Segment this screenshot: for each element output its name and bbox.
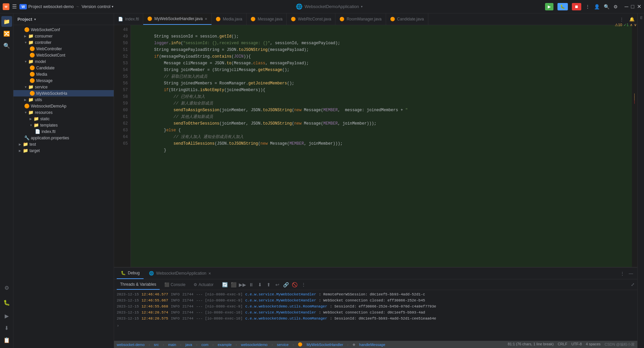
- charset-label[interactable]: UTF-8: [571, 342, 582, 347]
- sidebar-run-icon[interactable]: ▶: [1, 310, 12, 321]
- log-class-link[interactable]: c.e.w.websocketdemo.utils.RoomManager: [245, 316, 327, 322]
- code-content[interactable]: String sessionId = session.getId(); logg…: [131, 25, 632, 267]
- more-actions-button[interactable]: ⋮: [619, 270, 626, 277]
- expand-icon[interactable]: ⤢: [631, 282, 635, 287]
- list-item[interactable]: 🟠 WebSocketConf: [13, 26, 114, 33]
- notification-bell-button[interactable]: 🔔: [627, 17, 637, 22]
- list-item[interactable]: 🟠 WebsocketDemoAp: [13, 103, 114, 109]
- list-item[interactable]: 🟠 MyWebSocketHa: [13, 90, 114, 96]
- list-item[interactable]: ▼ 📁 service: [13, 84, 114, 90]
- restart-debug-button[interactable]: 🔄: [221, 281, 229, 289]
- ftl-file-icon: 📄: [35, 129, 40, 134]
- method-link[interactable]: handleMessage: [359, 343, 385, 347]
- log-class-link[interactable]: c.e.w.service.MyWebSocketHandler: [245, 291, 316, 297]
- list-item[interactable]: ▶ 📁 target: [13, 147, 114, 154]
- project-title-arrow[interactable]: ▾: [34, 17, 36, 21]
- close-button[interactable]: ✕: [637, 3, 641, 10]
- step-into-button[interactable]: ⬆: [265, 281, 273, 289]
- project-selector[interactable]: W Project websocket-demo ~ Version contr…: [19, 4, 113, 9]
- list-item[interactable]: ▶ 📁 consumer: [13, 33, 114, 39]
- app-instance-tab[interactable]: 🌐 WebsocketDemoApplication ✕: [145, 268, 215, 279]
- step-out-button[interactable]: ↩: [273, 281, 281, 289]
- list-item[interactable]: ▼ 📁 controller: [13, 39, 114, 46]
- tab-index-ftl[interactable]: 📄 index.ftl: [114, 13, 143, 25]
- minimize-button[interactable]: ─: [625, 4, 628, 10]
- list-item[interactable]: ▼ 📁 model: [13, 58, 114, 65]
- sidebar-todo-icon[interactable]: 📋: [1, 335, 12, 345]
- sidebar-search-icon[interactable]: 🔍: [1, 40, 12, 51]
- log-thread: --- [io-8080-exec-10]: [196, 316, 243, 322]
- connect-button[interactable]: 🔗: [282, 281, 290, 289]
- more-debug-button[interactable]: ⋮: [300, 281, 308, 289]
- log-class-link[interactable]: c.e.w.service.MyWebSocketHandler: [245, 297, 316, 303]
- sidebar-debug-icon[interactable]: 🐛: [1, 297, 12, 308]
- websocketdemo-link[interactable]: websocketdemo: [241, 343, 268, 347]
- log-class-link[interactable]: c.e.w.websocketdemo.utils.RoomManager: [245, 303, 327, 309]
- threads-vars-tab[interactable]: Threads & Variables: [117, 279, 160, 290]
- pause-button[interactable]: ⏸: [247, 281, 255, 289]
- list-item[interactable]: ▶ 📁 utils: [13, 96, 114, 103]
- actuator-tab[interactable]: ⚙ Actuator: [190, 279, 217, 290]
- tab-roommanager[interactable]: 🟠 RoomManager.java: [335, 13, 386, 25]
- list-item[interactable]: ▶ 📁 test: [13, 141, 114, 147]
- indent-label[interactable]: 4 spaces: [586, 342, 601, 347]
- run-button[interactable]: ▶: [545, 3, 553, 10]
- list-item[interactable]: 🟠 WebSocketCont: [13, 52, 114, 58]
- tab-candidate[interactable]: 🟠 Candidate.java: [386, 13, 428, 25]
- fullscreen-button[interactable]: ⤢: [631, 282, 635, 287]
- list-item[interactable]: 🟠 Candidate: [13, 65, 114, 71]
- debug-tab[interactable]: 🐛 Debug: [117, 268, 144, 279]
- main-link[interactable]: main: [168, 343, 176, 347]
- hamburger-menu-button[interactable]: ☰: [12, 3, 17, 10]
- more-options-icon[interactable]: ⋮: [585, 4, 590, 9]
- mute-breakpoints-button[interactable]: 🚫: [291, 281, 299, 289]
- resume-button[interactable]: ▶▶: [238, 281, 247, 289]
- debug-button[interactable]: 🐛: [557, 3, 568, 10]
- sidebar-settings-icon[interactable]: ⚙: [1, 282, 12, 293]
- tab-media[interactable]: 🟠 Media.java: [212, 13, 247, 25]
- step-over-button[interactable]: ⬇: [256, 281, 264, 289]
- example-link[interactable]: example: [218, 343, 232, 347]
- list-item[interactable]: 🟠 WebController: [13, 46, 114, 52]
- stop-debug-button[interactable]: ⬛: [230, 281, 238, 289]
- service-link[interactable]: service: [277, 343, 288, 347]
- log-class-link[interactable]: c.e.w.service.MyWebSocketHandler: [245, 309, 316, 316]
- user-icon[interactable]: 👤: [594, 4, 600, 9]
- search-icon[interactable]: 🔍: [604, 4, 609, 9]
- line-endings-label[interactable]: CRLF: [558, 342, 568, 347]
- tab-mywebsockethandler[interactable]: 🟠 MyWebSocketHandler.java ✕: [143, 13, 212, 25]
- list-item[interactable]: ▼ 📁 templates: [13, 122, 114, 128]
- collapse-arrow: ▶: [24, 98, 28, 101]
- log-content[interactable]: 2023-12-15 12:46:46.577 INFO 21744 --- […: [114, 290, 637, 341]
- tab-more-button[interactable]: ⋮: [617, 17, 627, 22]
- class-link[interactable]: MyWebSocketHandler: [307, 343, 343, 347]
- list-item[interactable]: ▶ 📁 static: [13, 116, 114, 122]
- tab-message[interactable]: 🟠 Message.java: [247, 13, 287, 25]
- tab-close-button[interactable]: ✕: [205, 17, 207, 21]
- tab-webrtcconst[interactable]: 🟠 WebRtcConst.java: [287, 13, 335, 25]
- stop-button[interactable]: ⏹: [572, 3, 581, 10]
- nav-down-button[interactable]: ∨: [634, 25, 637, 27]
- list-item[interactable]: 🟠 Message: [13, 77, 114, 84]
- list-item[interactable]: 🔧 application.properties: [13, 135, 114, 141]
- list-item[interactable]: 📄 index.ftl: [13, 128, 114, 135]
- nav-up-button[interactable]: ∧: [630, 25, 633, 27]
- settings-icon[interactable]: ⚙: [613, 4, 618, 9]
- java-link[interactable]: java: [185, 343, 192, 347]
- list-item[interactable]: ▼ 📁 resources: [13, 109, 114, 116]
- version-control-label[interactable]: Version control: [82, 4, 110, 9]
- git-branch-link[interactable]: websocket-demo: [117, 343, 145, 347]
- command-input[interactable]: [120, 324, 635, 328]
- list-item[interactable]: 🟠 Media: [13, 71, 114, 77]
- error-warning-bar[interactable]: ⚠10 ✓1 ∧ ∨: [615, 25, 637, 27]
- maximize-button[interactable]: □: [631, 4, 634, 10]
- minimize-panel-button[interactable]: —: [627, 270, 635, 277]
- com-link[interactable]: com: [202, 343, 209, 347]
- sidebar-git-icon[interactable]: ⬇: [1, 323, 12, 333]
- console-tab[interactable]: ⬛ Console: [161, 279, 189, 290]
- app-tab-close-button[interactable]: ✕: [208, 272, 211, 275]
- structure-panel-toggle[interactable]: m: [639, 16, 643, 19]
- sidebar-project-icon[interactable]: 📁: [1, 16, 12, 27]
- src-link[interactable]: src: [154, 343, 159, 347]
- sidebar-vcs-icon[interactable]: 🔀: [1, 28, 12, 39]
